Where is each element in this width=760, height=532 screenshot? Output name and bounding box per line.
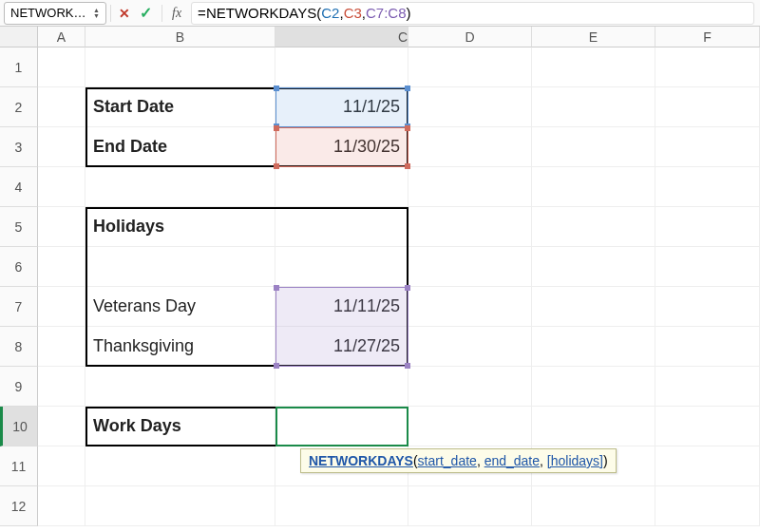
cell-B6[interactable] [86,247,276,287]
row-header-7[interactable]: 7 [0,287,38,327]
cell-A5[interactable] [38,207,86,247]
formula-input[interactable]: =NETWORKDAYS(C2,C3,C7:C8) [191,2,754,25]
row-header-4[interactable]: 4 [0,167,38,207]
cell-D7[interactable] [408,287,532,327]
cell-E8[interactable] [532,327,656,367]
cell-E7[interactable] [532,287,656,327]
cell-F2[interactable] [656,87,760,127]
cell-F11[interactable] [656,446,760,486]
col-header-E[interactable]: E [532,27,656,48]
cell-D12[interactable] [408,486,532,526]
cell-F8[interactable] [656,327,760,367]
cell-E12[interactable] [532,486,656,526]
cell-C9[interactable] [276,367,408,407]
cell-F12[interactable] [656,486,760,526]
formula-tooltip[interactable]: NETWORKDAYS(start_date, end_date, [holid… [300,448,617,473]
cell-D5[interactable] [408,207,532,247]
row-header-12[interactable]: 12 [0,486,38,526]
cell-F3[interactable] [656,127,760,167]
cell-F5[interactable] [656,207,760,247]
cell-E1[interactable] [532,48,656,87]
col-header-A[interactable]: A [38,27,86,48]
cell-C10[interactable] [276,407,408,446]
cancel-icon[interactable]: ✕ [119,6,130,21]
cell-A7[interactable] [38,287,86,327]
row-header-5[interactable]: 5 [0,207,38,247]
row-header-9[interactable]: 9 [0,367,38,407]
cell-C5[interactable] [276,207,408,247]
col-header-F[interactable]: F [656,27,760,48]
cell-A9[interactable] [38,367,86,407]
cell-E3[interactable] [532,127,656,167]
cell-D10[interactable] [408,407,532,446]
cell-E10[interactable] [532,407,656,446]
row-header-8[interactable]: 8 [0,327,38,367]
cell-B2[interactable]: Start Date [86,87,276,127]
tooltip-fn[interactable]: NETWORKDAYS [309,453,413,468]
enter-icon[interactable]: ✓ [140,4,152,22]
spreadsheet-grid[interactable]: A B C D E F 1 2Start Date11/1/25 3End Da… [0,27,760,526]
row-header-11[interactable]: 11 [0,446,38,486]
tooltip-arg1[interactable]: start_date [418,453,477,468]
cell-E4[interactable] [532,167,656,207]
cell-A10[interactable] [38,407,86,446]
cell-E6[interactable] [532,247,656,287]
row-header-6[interactable]: 6 [0,247,38,287]
cell-E9[interactable] [532,367,656,407]
cell-D1[interactable] [408,48,532,87]
cell-E5[interactable] [532,207,656,247]
cell-A2[interactable] [38,87,86,127]
cell-B5[interactable]: Holidays [86,207,276,247]
cell-C1[interactable] [276,48,408,87]
cell-F4[interactable] [656,167,760,207]
cell-A6[interactable] [38,247,86,287]
cell-D3[interactable] [408,127,532,167]
cell-B12[interactable] [86,486,276,526]
cell-C6[interactable] [276,247,408,287]
cell-A3[interactable] [38,127,86,167]
cell-D9[interactable] [408,367,532,407]
cell-B8[interactable]: Thanksgiving [86,327,276,367]
col-header-D[interactable]: D [408,27,532,48]
cell-B4[interactable] [86,167,276,207]
cell-C12[interactable] [276,486,408,526]
cell-C4[interactable] [276,167,408,207]
cell-A11[interactable] [38,446,86,486]
cell-C2[interactable]: 11/1/25 [276,87,408,127]
cell-B1[interactable] [86,48,276,87]
cell-D2[interactable] [408,87,532,127]
name-box[interactable]: NETWORK… ▲ ▼ [4,2,106,25]
cell-D8[interactable] [408,327,532,367]
col-header-B[interactable]: B [86,27,276,48]
cell-C3[interactable]: 11/30/25 [276,127,408,167]
row-header-1[interactable]: 1 [0,48,38,87]
fx-icon[interactable]: fx [172,6,181,21]
cell-D4[interactable] [408,167,532,207]
cell-F1[interactable] [656,48,760,87]
cell-B11[interactable] [86,446,276,486]
col-header-C[interactable]: C [276,27,408,48]
cell-F7[interactable] [656,287,760,327]
cell-B3[interactable]: End Date [86,127,276,167]
select-all-corner[interactable] [0,27,38,48]
cell-A8[interactable] [38,327,86,367]
chevron-down-icon[interactable]: ▼ [93,13,100,19]
tooltip-arg3[interactable]: [holidays] [547,453,603,468]
cell-B10[interactable]: Work Days [86,407,276,446]
cell-D6[interactable] [408,247,532,287]
cell-B9[interactable] [86,367,276,407]
cell-C7[interactable]: 11/11/25 [276,287,408,327]
cell-A12[interactable] [38,486,86,526]
name-box-stepper[interactable]: ▲ ▼ [93,8,100,19]
cell-F10[interactable] [656,407,760,446]
tooltip-arg2[interactable]: end_date [484,453,540,468]
cell-F9[interactable] [656,367,760,407]
cell-A1[interactable] [38,48,86,87]
row-header-10[interactable]: 10 [0,407,38,446]
row-header-3[interactable]: 3 [0,127,38,167]
cell-B7[interactable]: Veterans Day [86,287,276,327]
cell-F6[interactable] [656,247,760,287]
cell-C8[interactable]: 11/27/25 [276,327,408,367]
cell-E2[interactable] [532,87,656,127]
cell-A4[interactable] [38,167,86,207]
